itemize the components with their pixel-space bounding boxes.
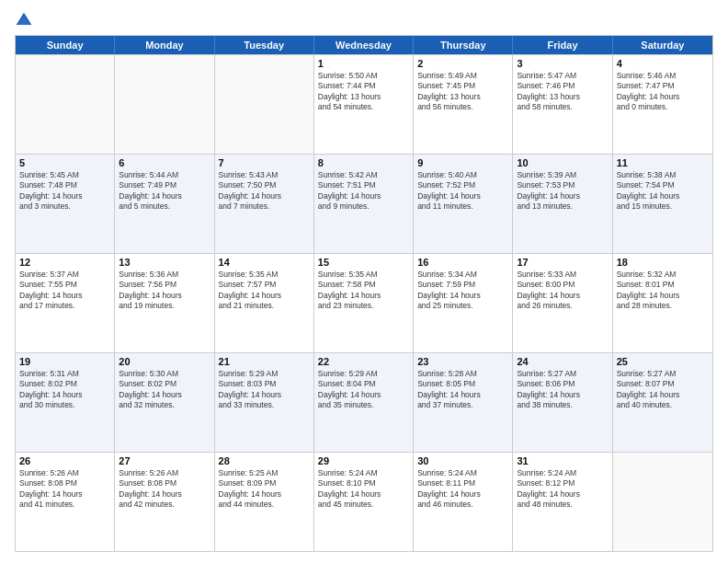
day-cell-17: 17Sunrise: 5:33 AM Sunset: 8:00 PM Dayli… bbox=[513, 254, 612, 352]
day-info: Sunrise: 5:43 AM Sunset: 7:50 PM Dayligh… bbox=[219, 170, 310, 213]
day-cell-2: 2Sunrise: 5:49 AM Sunset: 7:45 PM Daylig… bbox=[414, 55, 513, 154]
day-info: Sunrise: 5:42 AM Sunset: 7:51 PM Dayligh… bbox=[318, 170, 409, 213]
day-cell-12: 12Sunrise: 5:37 AM Sunset: 7:55 PM Dayli… bbox=[16, 254, 115, 352]
day-cell-3: 3Sunrise: 5:47 AM Sunset: 7:46 PM Daylig… bbox=[513, 55, 612, 154]
day-info: Sunrise: 5:27 AM Sunset: 8:06 PM Dayligh… bbox=[517, 369, 608, 411]
day-number: 2 bbox=[417, 58, 508, 69]
day-info: Sunrise: 5:34 AM Sunset: 7:59 PM Dayligh… bbox=[417, 270, 508, 312]
day-number: 14 bbox=[219, 257, 310, 268]
day-number: 19 bbox=[19, 356, 110, 367]
day-info: Sunrise: 5:38 AM Sunset: 7:54 PM Dayligh… bbox=[617, 170, 709, 213]
day-info: Sunrise: 5:44 AM Sunset: 7:49 PM Dayligh… bbox=[119, 170, 210, 213]
day-cell-1: 1Sunrise: 5:50 AM Sunset: 7:44 PM Daylig… bbox=[314, 55, 414, 154]
day-number: 22 bbox=[318, 356, 409, 367]
day-number: 17 bbox=[517, 257, 608, 268]
day-number: 12 bbox=[19, 257, 110, 268]
day-cell-14: 14Sunrise: 5:35 AM Sunset: 7:57 PM Dayli… bbox=[215, 254, 314, 352]
day-info: Sunrise: 5:31 AM Sunset: 8:02 PM Dayligh… bbox=[19, 369, 110, 411]
day-cell-27: 27Sunrise: 5:26 AM Sunset: 8:08 PM Dayli… bbox=[115, 453, 214, 551]
calendar-row-3: 19Sunrise: 5:31 AM Sunset: 8:02 PM Dayli… bbox=[16, 352, 712, 452]
day-info: Sunrise: 5:24 AM Sunset: 8:10 PM Dayligh… bbox=[318, 468, 409, 511]
day-info: Sunrise: 5:50 AM Sunset: 7:44 PM Dayligh… bbox=[318, 71, 409, 113]
calendar-row-0: 1Sunrise: 5:50 AM Sunset: 7:44 PM Daylig… bbox=[16, 54, 712, 154]
day-info: Sunrise: 5:24 AM Sunset: 8:12 PM Dayligh… bbox=[517, 468, 608, 511]
logo-icon bbox=[15, 11, 33, 29]
day-info: Sunrise: 5:29 AM Sunset: 8:03 PM Dayligh… bbox=[219, 369, 310, 411]
day-info: Sunrise: 5:28 AM Sunset: 8:05 PM Dayligh… bbox=[417, 369, 508, 411]
day-info: Sunrise: 5:24 AM Sunset: 8:11 PM Dayligh… bbox=[417, 468, 508, 511]
day-cell-22: 22Sunrise: 5:29 AM Sunset: 8:04 PM Dayli… bbox=[314, 353, 414, 452]
day-info: Sunrise: 5:37 AM Sunset: 7:55 PM Dayligh… bbox=[19, 270, 110, 312]
day-info: Sunrise: 5:35 AM Sunset: 7:58 PM Dayligh… bbox=[318, 270, 409, 312]
header-thursday: Thursday bbox=[414, 36, 513, 54]
day-info: Sunrise: 5:49 AM Sunset: 7:45 PM Dayligh… bbox=[417, 71, 508, 113]
calendar: SundayMondayTuesdayWednesdayThursdayFrid… bbox=[15, 35, 713, 552]
day-cell-7: 7Sunrise: 5:43 AM Sunset: 7:50 PM Daylig… bbox=[215, 155, 314, 253]
day-number: 24 bbox=[517, 356, 608, 367]
day-number: 20 bbox=[119, 356, 210, 367]
day-info: Sunrise: 5:35 AM Sunset: 7:57 PM Dayligh… bbox=[219, 270, 310, 312]
day-number: 31 bbox=[517, 455, 608, 466]
header-tuesday: Tuesday bbox=[215, 36, 314, 54]
day-info: Sunrise: 5:26 AM Sunset: 8:08 PM Dayligh… bbox=[119, 468, 210, 511]
day-cell-24: 24Sunrise: 5:27 AM Sunset: 8:06 PM Dayli… bbox=[513, 353, 612, 452]
day-info: Sunrise: 5:39 AM Sunset: 7:53 PM Dayligh… bbox=[517, 170, 608, 213]
header-saturday: Saturday bbox=[613, 36, 712, 54]
day-info: Sunrise: 5:26 AM Sunset: 8:08 PM Dayligh… bbox=[19, 468, 110, 511]
empty-cell-4-6 bbox=[613, 453, 712, 551]
day-number: 28 bbox=[219, 455, 310, 466]
calendar-header: SundayMondayTuesdayWednesdayThursdayFrid… bbox=[16, 36, 712, 54]
day-cell-18: 18Sunrise: 5:32 AM Sunset: 8:01 PM Dayli… bbox=[613, 254, 712, 352]
day-number: 27 bbox=[119, 455, 210, 466]
header-friday: Friday bbox=[513, 36, 612, 54]
calendar-row-1: 5Sunrise: 5:45 AM Sunset: 7:48 PM Daylig… bbox=[16, 154, 712, 253]
day-info: Sunrise: 5:47 AM Sunset: 7:46 PM Dayligh… bbox=[517, 71, 608, 113]
day-number: 6 bbox=[119, 157, 210, 168]
page-header bbox=[15, 11, 713, 29]
calendar-body: 1Sunrise: 5:50 AM Sunset: 7:44 PM Daylig… bbox=[16, 54, 712, 551]
day-number: 11 bbox=[617, 157, 709, 168]
day-cell-15: 15Sunrise: 5:35 AM Sunset: 7:58 PM Dayli… bbox=[314, 254, 414, 352]
day-number: 25 bbox=[617, 356, 709, 367]
day-cell-28: 28Sunrise: 5:25 AM Sunset: 8:09 PM Dayli… bbox=[215, 453, 314, 551]
day-number: 18 bbox=[617, 257, 709, 268]
empty-cell-0-2 bbox=[215, 55, 314, 154]
day-cell-16: 16Sunrise: 5:34 AM Sunset: 7:59 PM Dayli… bbox=[414, 254, 513, 352]
day-number: 4 bbox=[617, 58, 709, 69]
day-info: Sunrise: 5:45 AM Sunset: 7:48 PM Dayligh… bbox=[19, 170, 110, 213]
day-number: 13 bbox=[119, 257, 210, 268]
day-cell-19: 19Sunrise: 5:31 AM Sunset: 8:02 PM Dayli… bbox=[16, 353, 115, 452]
day-cell-13: 13Sunrise: 5:36 AM Sunset: 7:56 PM Dayli… bbox=[115, 254, 214, 352]
day-cell-8: 8Sunrise: 5:42 AM Sunset: 7:51 PM Daylig… bbox=[314, 155, 414, 253]
day-number: 1 bbox=[318, 58, 409, 69]
day-info: Sunrise: 5:32 AM Sunset: 8:01 PM Dayligh… bbox=[617, 270, 709, 312]
day-number: 30 bbox=[417, 455, 508, 466]
day-cell-11: 11Sunrise: 5:38 AM Sunset: 7:54 PM Dayli… bbox=[613, 155, 712, 253]
day-info: Sunrise: 5:25 AM Sunset: 8:09 PM Dayligh… bbox=[219, 468, 310, 511]
day-number: 21 bbox=[219, 356, 310, 367]
day-cell-6: 6Sunrise: 5:44 AM Sunset: 7:49 PM Daylig… bbox=[115, 155, 214, 253]
header-monday: Monday bbox=[115, 36, 214, 54]
day-cell-5: 5Sunrise: 5:45 AM Sunset: 7:48 PM Daylig… bbox=[16, 155, 115, 253]
day-number: 5 bbox=[19, 157, 110, 168]
day-info: Sunrise: 5:40 AM Sunset: 7:52 PM Dayligh… bbox=[417, 170, 508, 213]
day-cell-23: 23Sunrise: 5:28 AM Sunset: 8:05 PM Dayli… bbox=[414, 353, 513, 452]
day-cell-30: 30Sunrise: 5:24 AM Sunset: 8:11 PM Dayli… bbox=[414, 453, 513, 551]
day-cell-21: 21Sunrise: 5:29 AM Sunset: 8:03 PM Dayli… bbox=[215, 353, 314, 452]
day-cell-9: 9Sunrise: 5:40 AM Sunset: 7:52 PM Daylig… bbox=[414, 155, 513, 253]
day-info: Sunrise: 5:46 AM Sunset: 7:47 PM Dayligh… bbox=[617, 71, 709, 113]
day-number: 15 bbox=[318, 257, 409, 268]
header-wednesday: Wednesday bbox=[314, 36, 414, 54]
day-cell-31: 31Sunrise: 5:24 AM Sunset: 8:12 PM Dayli… bbox=[513, 453, 612, 551]
day-info: Sunrise: 5:29 AM Sunset: 8:04 PM Dayligh… bbox=[318, 369, 409, 411]
day-info: Sunrise: 5:30 AM Sunset: 8:02 PM Dayligh… bbox=[119, 369, 210, 411]
day-cell-25: 25Sunrise: 5:27 AM Sunset: 8:07 PM Dayli… bbox=[613, 353, 712, 452]
day-number: 16 bbox=[417, 257, 508, 268]
calendar-row-4: 26Sunrise: 5:26 AM Sunset: 8:08 PM Dayli… bbox=[16, 452, 712, 551]
day-info: Sunrise: 5:27 AM Sunset: 8:07 PM Dayligh… bbox=[617, 369, 709, 411]
logo bbox=[15, 11, 38, 29]
day-number: 29 bbox=[318, 455, 409, 466]
day-number: 3 bbox=[517, 58, 608, 69]
day-cell-29: 29Sunrise: 5:24 AM Sunset: 8:10 PM Dayli… bbox=[314, 453, 414, 551]
day-cell-20: 20Sunrise: 5:30 AM Sunset: 8:02 PM Dayli… bbox=[115, 353, 214, 452]
